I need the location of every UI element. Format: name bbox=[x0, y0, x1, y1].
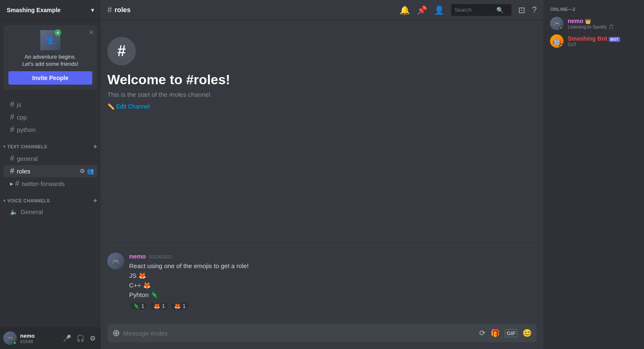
server-header[interactable]: Smashing Example ▾ bbox=[0, 0, 101, 20]
channel-name-roles: roles bbox=[17, 168, 31, 175]
channel-name-display: roles bbox=[114, 6, 130, 14]
nemo-status-indicator bbox=[559, 26, 564, 30]
text-channels-category[interactable]: ▾ TEXT CHANNELS + bbox=[0, 136, 101, 152]
channel-item-general[interactable]: # general bbox=[3, 153, 97, 165]
reaction-count-2: 1 bbox=[162, 303, 165, 309]
voice-channel-name: General bbox=[21, 208, 43, 215]
channel-members-icon[interactable]: 👥 bbox=[87, 168, 94, 174]
channel-item-python[interactable]: # python bbox=[3, 124, 97, 136]
invite-card-text: An adventure begins. Let's add some frie… bbox=[8, 54, 92, 68]
channel-hash-icon: # bbox=[107, 5, 112, 15]
member-item-nemo[interactable]: 🎮 nemo 👑 Listening to Spotify 🎵 bbox=[547, 15, 641, 32]
nemo-member-name: nemo 👑 bbox=[568, 18, 637, 24]
channel-name-cpp: cpp bbox=[17, 114, 27, 121]
invite-avatar-section: ✦ · 👤 + · ✦ bbox=[8, 30, 92, 50]
welcome-subtitle: This is the start of the #roles channel. bbox=[107, 91, 537, 98]
voice-channels-category[interactable]: ▾ VOICE CHANNELS + bbox=[0, 190, 101, 206]
voice-channels-chevron: ▾ bbox=[3, 199, 5, 203]
channel-settings-icon[interactable]: ⚙ bbox=[80, 168, 85, 174]
add-text-channel-button[interactable]: + bbox=[93, 143, 97, 150]
search-input[interactable] bbox=[454, 7, 496, 13]
active-channel-name: # roles bbox=[107, 5, 130, 15]
reaction-emoji-3: 🦊 bbox=[174, 303, 181, 309]
welcome-title: Welcome to #roles! bbox=[107, 72, 537, 88]
server-chevron: ▾ bbox=[91, 7, 94, 13]
reaction-fox2[interactable]: 🦊 1 bbox=[170, 302, 189, 310]
nemo-member-info: nemo 👑 Listening to Spotify 🎵 bbox=[568, 18, 637, 30]
notification-bell-icon[interactable]: 🔔 bbox=[400, 5, 410, 15]
user-bar: 🎮 nemo #1548 🎤 🎧 ⚙ bbox=[0, 327, 101, 349]
message-line-3: C++ 🦊 bbox=[129, 281, 537, 290]
search-box[interactable]: 🔍 bbox=[451, 4, 512, 16]
user-info: nemo #1548 bbox=[20, 333, 35, 344]
edit-channel-label: Edit Channel bbox=[116, 103, 150, 110]
spotify-icon: 🎵 bbox=[608, 24, 614, 30]
edit-channel-link[interactable]: ✏️ Edit Channel bbox=[107, 103, 537, 110]
header-actions: 🔔 📌 👤 🔍 ⊡ ? bbox=[400, 4, 537, 16]
edit-icon: ✏️ bbox=[107, 103, 114, 110]
invite-card-close[interactable]: ✕ bbox=[88, 28, 94, 36]
voice-channels-label: VOICE CHANNELS bbox=[7, 198, 49, 203]
bot-member-info: Smashing Bot BOT CoT bbox=[568, 35, 637, 47]
refresh-icon[interactable]: ⟳ bbox=[479, 328, 486, 338]
hash-icon: # bbox=[10, 100, 14, 109]
pin-icon[interactable]: 📌 bbox=[417, 5, 427, 15]
current-username: nemo bbox=[20, 333, 35, 339]
member-avatar-bot: 🤖 bbox=[550, 34, 564, 48]
voice-item-general[interactable]: 🔈 General bbox=[3, 207, 97, 217]
help-icon[interactable]: ? bbox=[532, 5, 537, 15]
invite-people-button[interactable]: Invite People bbox=[8, 71, 92, 85]
channel-notification-dot: ▶ bbox=[10, 181, 13, 186]
gif-button[interactable]: GIF bbox=[505, 329, 517, 337]
sparkle-right: · ✦ bbox=[42, 36, 49, 41]
messages-section: 🎮 nemo 01/24/2021 React using one of the… bbox=[101, 246, 543, 324]
channel-item-twitter-forwards[interactable]: ▶ # twitter-forwards bbox=[3, 178, 97, 190]
user-avatar-wrap: 🎮 bbox=[3, 331, 17, 345]
hash-icon: # bbox=[10, 154, 14, 163]
emoji-button[interactable]: 😊 bbox=[522, 328, 532, 338]
add-file-button[interactable]: ⊕ bbox=[112, 328, 120, 339]
channel-item-js[interactable]: # js bbox=[3, 98, 97, 111]
message-header: nemo 01/24/2021 bbox=[129, 253, 537, 260]
hash-icon: # bbox=[15, 179, 19, 188]
user-controls: 🎤 🎧 ⚙ bbox=[61, 333, 97, 344]
mute-button[interactable]: 🎤 bbox=[61, 333, 73, 344]
channel-item-cpp[interactable]: # cpp bbox=[3, 111, 97, 123]
reaction-fox1[interactable]: 🦊 1 bbox=[150, 302, 169, 310]
gift-icon[interactable]: 🎁 bbox=[491, 328, 500, 338]
reaction-lizard[interactable]: 🦎 1 bbox=[129, 302, 148, 310]
channel-action-icons: ⚙ 👥 bbox=[80, 168, 94, 174]
inbox-icon[interactable]: ⊡ bbox=[518, 5, 525, 15]
message-input[interactable] bbox=[123, 330, 476, 337]
deafen-button[interactable]: 🎧 bbox=[75, 333, 86, 344]
welcome-section: # Welcome to #roles! This is the start o… bbox=[101, 20, 543, 246]
nemo-member-sub: Listening to Spotify 🎵 bbox=[568, 24, 637, 30]
channel-icon: # bbox=[107, 37, 136, 65]
channel-name-js: js bbox=[17, 101, 21, 108]
message-content: nemo 01/24/2021 React using one of the e… bbox=[129, 253, 537, 310]
invite-plus-icon: + bbox=[55, 29, 61, 36]
server-name: Smashing Example bbox=[7, 7, 60, 13]
message-timestamp: 01/24/2021 bbox=[149, 254, 172, 259]
message-text: React using one of the emojis to get a r… bbox=[129, 261, 537, 299]
members-section-title: ONLINE—2 bbox=[547, 7, 641, 12]
channel-name-twitter-forwards: twitter-forwards bbox=[22, 180, 65, 187]
member-item-smashing-bot[interactable]: 🤖 Smashing Bot BOT CoT bbox=[547, 33, 641, 49]
channel-item-roles[interactable]: # roles ⚙ 👥 bbox=[3, 165, 97, 177]
message-avatar: 🎮 bbox=[107, 253, 124, 269]
add-voice-channel-button[interactable]: + bbox=[93, 197, 97, 204]
message-group: 🎮 nemo 01/24/2021 React using one of the… bbox=[107, 253, 537, 310]
message-input-bar: ⊕ ⟳ 🎁 GIF 😊 bbox=[101, 324, 543, 349]
bot-member-sub: CoT bbox=[568, 42, 637, 47]
members-toggle-icon[interactable]: 👤 bbox=[434, 5, 444, 15]
message-input-wrap: ⊕ ⟳ 🎁 GIF 😊 bbox=[107, 324, 537, 342]
input-actions: ⟳ 🎁 GIF 😊 bbox=[479, 328, 532, 338]
user-settings-button[interactable]: ⚙ bbox=[88, 333, 97, 344]
reaction-count-1: 1 bbox=[141, 303, 144, 309]
channel-name-python: python bbox=[17, 126, 36, 133]
channel-name-general: general bbox=[17, 155, 38, 162]
bot-member-name: Smashing Bot BOT bbox=[568, 35, 637, 42]
speaker-icon: 🔈 bbox=[10, 208, 18, 216]
text-channels-chevron: ▾ bbox=[3, 145, 5, 149]
bot-status-indicator bbox=[559, 44, 564, 48]
